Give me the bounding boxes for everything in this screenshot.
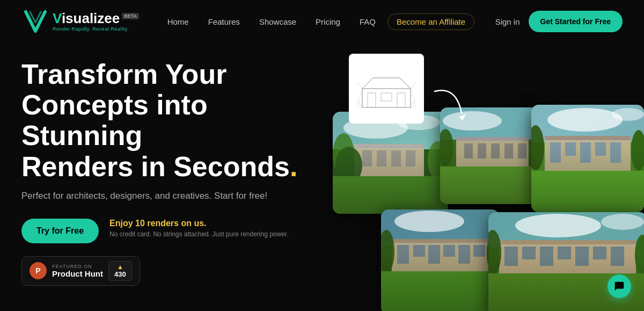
promo-headline: Enjoy 10 renders on us. [109, 219, 289, 228]
svg-rect-74 [499, 240, 636, 273]
svg-point-44 [612, 108, 644, 121]
get-started-button[interactable]: Get Started for Free [529, 11, 623, 32]
ph-arrow-icon: ▲ [117, 264, 123, 270]
svg-rect-75 [499, 240, 636, 244]
svg-marker-14 [459, 114, 466, 120]
svg-rect-46 [545, 136, 631, 171]
svg-rect-60 [392, 239, 488, 243]
svg-point-83 [488, 230, 501, 275]
svg-point-84 [635, 235, 644, 276]
sketch-svg [357, 62, 416, 115]
ph-count: 430 [114, 270, 126, 278]
svg-rect-77 [522, 247, 536, 259]
render-svg-4 [381, 209, 499, 311]
product-hunt-icon: P [30, 262, 47, 279]
nav-links: Home Features Showcase Pricing FAQ Becom… [160, 13, 474, 30]
logo-v: V [53, 10, 62, 26]
product-hunt-badge[interactable]: P FEATURED ON Product Hunt ▲ 430 [21, 256, 140, 286]
svg-rect-62 [413, 245, 425, 257]
svg-rect-32 [456, 137, 529, 167]
svg-point-53 [531, 125, 544, 170]
svg-rect-33 [456, 137, 529, 141]
svg-rect-49 [565, 142, 576, 156]
nav-showcase[interactable]: Showcase [252, 14, 304, 30]
hero-title-line1: Transform Your [21, 59, 226, 90]
svg-rect-4 [368, 93, 376, 107]
promo-sub: No credit card. No strings attached. Jus… [109, 230, 289, 238]
chat-icon [613, 280, 625, 292]
hero-promo: Enjoy 10 renders on us. No credit card. … [109, 219, 289, 238]
render-card-3 [531, 105, 644, 212]
svg-rect-58 [381, 246, 499, 311]
svg-rect-51 [595, 142, 606, 156]
hero-section: Transform Your Concepts into Stunning Re… [0, 43, 644, 311]
logo-icon [21, 8, 49, 35]
nav-features[interactable]: Features [201, 14, 247, 30]
nav-pricing[interactable]: Pricing [308, 14, 348, 30]
svg-rect-50 [580, 142, 591, 163]
svg-rect-36 [491, 143, 500, 158]
svg-rect-45 [531, 142, 644, 212]
svg-line-1 [362, 78, 373, 89]
nav-home[interactable]: Home [160, 14, 196, 30]
svg-rect-34 [464, 143, 473, 158]
try-free-button[interactable]: Try for Free [21, 219, 99, 243]
svg-line-2 [400, 78, 411, 89]
svg-rect-80 [575, 247, 589, 266]
hero-subtitle: Perfect for architects, designers, and c… [21, 191, 333, 201]
svg-rect-37 [504, 143, 513, 158]
svg-rect-55 [531, 171, 644, 212]
logo-tagline: Render Rapidly. Reveal Reality. [53, 26, 139, 32]
svg-line-11 [411, 99, 416, 107]
svg-point-71 [515, 214, 601, 237]
hero-left: Transform Your Concepts into Stunning Re… [21, 54, 333, 311]
svg-point-39 [440, 129, 453, 167]
svg-point-54 [631, 130, 644, 171]
product-hunt-text: FEATURED ON Product Hunt [52, 264, 103, 278]
nav-affiliate[interactable]: Become an Affiliate [387, 13, 474, 30]
svg-rect-0 [362, 89, 411, 107]
svg-line-8 [357, 89, 362, 107]
svg-rect-42 [531, 105, 644, 153]
svg-rect-79 [558, 247, 571, 259]
hero-title: Transform Your Concepts into Stunning Re… [21, 59, 333, 182]
svg-rect-66 [473, 245, 485, 257]
hero-title-line3: Renders in Seconds [21, 151, 290, 182]
svg-point-43 [547, 108, 623, 132]
svg-rect-81 [593, 247, 606, 259]
logo-rest: isualizee [62, 10, 120, 26]
svg-point-25 [333, 133, 354, 176]
sign-in-link[interactable]: Sign in [495, 17, 520, 26]
hero-dot: . [290, 151, 297, 182]
svg-rect-61 [397, 245, 409, 264]
svg-rect-22 [377, 150, 386, 167]
nav-faq[interactable]: FAQ [352, 14, 383, 30]
svg-rect-21 [362, 150, 372, 167]
svg-rect-6 [397, 93, 405, 107]
svg-rect-19 [354, 144, 424, 176]
svg-line-10 [357, 99, 362, 107]
nav-right: Sign in Get Started for Free [495, 11, 623, 32]
beta-badge: BETA [122, 13, 139, 19]
logo[interactable]: VisualizeeBETA Render Rapidly. Reveal Re… [21, 8, 139, 35]
ph-name: Product Hunt [52, 269, 103, 278]
svg-point-57 [394, 211, 464, 232]
svg-rect-52 [610, 142, 621, 163]
ph-votes: ▲ 430 [108, 261, 132, 281]
sketch-box [349, 54, 424, 124]
svg-rect-5 [381, 93, 392, 101]
logo-text: VisualizeeBETA Render Rapidly. Reveal Re… [53, 11, 139, 32]
render-card-4 [381, 209, 499, 311]
navbar: VisualizeeBETA Render Rapidly. Reveal Re… [0, 0, 644, 43]
svg-rect-24 [406, 150, 415, 167]
ph-featured-label: FEATURED ON [52, 264, 103, 269]
chat-bubble[interactable] [608, 274, 631, 298]
svg-rect-18 [333, 149, 448, 214]
svg-rect-56 [381, 209, 499, 257]
svg-rect-20 [354, 144, 424, 148]
svg-point-67 [381, 230, 394, 273]
svg-rect-78 [540, 247, 553, 266]
svg-rect-64 [443, 245, 455, 257]
hero-cta-row: Try for Free Enjoy 10 renders on us. No … [21, 219, 333, 243]
svg-line-13 [411, 82, 416, 89]
